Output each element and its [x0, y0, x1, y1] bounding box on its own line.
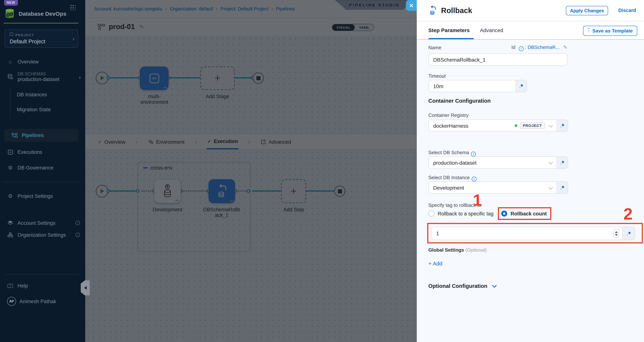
project-selector[interactable]: PROJECT Default Project › — [4, 29, 78, 48]
step-parameters-form: Name Id i : DBSchemaR... ✎ Timeout Conta… — [417, 39, 644, 342]
radio-unchecked-icon[interactable] — [428, 211, 434, 217]
container-registry-label: Container Registry — [428, 112, 468, 118]
pin-icon — [519, 84, 524, 88]
panel-header: Rollback Apply Changes Discard — [417, 0, 644, 21]
drawer-close-button[interactable]: ✕ — [406, 0, 417, 11]
edit-id-pencil-icon[interactable]: ✎ — [563, 44, 568, 50]
info-icon[interactable]: i — [472, 176, 476, 181]
collapse-arrow-icon — [84, 286, 86, 290]
panel-title: Rollback — [441, 6, 472, 15]
sidebar-item-pipelines[interactable]: Pipelines — [4, 129, 78, 142]
name-input[interactable] — [429, 54, 567, 65]
pin-button[interactable] — [516, 80, 527, 92]
chevron-right-icon: › — [72, 36, 74, 41]
scope-badge: PROJECT — [520, 122, 545, 129]
pin-button[interactable] — [556, 157, 568, 168]
annotation-number-2: 2 — [624, 205, 632, 223]
canvas-dim-overlay — [85, 0, 417, 342]
pipeline-studio-canvas: Account: kurosakiichigo.songoku › Organi… — [85, 0, 417, 342]
container-configuration-heading: Container Configuration — [428, 98, 491, 104]
sidebar-collapse-handle[interactable] — [81, 280, 90, 295]
chevron-down-icon[interactable] — [549, 157, 556, 168]
executions-play-icon — [7, 150, 14, 154]
tab-advanced[interactable]: Advanced — [480, 27, 503, 33]
sidebar-item-db-schemas[interactable]: DB SCHEMAS production-dataset › — [0, 69, 85, 84]
chevron-down-icon[interactable] — [549, 120, 556, 131]
container-registry-select: PROJECT — [428, 119, 568, 132]
sidebar: NEW Database DevOps PROJECT Default Proj… — [0, 0, 85, 342]
id-row: Id i : DBSchemaR... ✎ — [503, 44, 568, 51]
pin-button[interactable] — [556, 120, 568, 131]
apply-changes-button[interactable]: Apply Changes — [566, 6, 608, 15]
sidebar-item-overview[interactable]: ⌂ Overview — [0, 56, 85, 67]
step-down-icon[interactable] — [615, 234, 618, 236]
step-id-value: : DBSchemaR... — [525, 44, 560, 50]
sidebar-divider — [4, 274, 78, 275]
name-input-group — [428, 53, 568, 66]
timeout-label: Timeout — [428, 73, 446, 79]
app-root: NEW Database DevOps PROJECT Default Proj… — [0, 0, 644, 342]
timeout-input[interactable] — [429, 80, 516, 92]
avatar: AP — [7, 297, 16, 306]
panel-tab-bar: Step Parameters Advanced ↑ Save as Templ… — [417, 21, 644, 39]
db-schema-input[interactable] — [429, 157, 549, 168]
pin-button[interactable] — [556, 182, 568, 193]
save-as-template-button[interactable]: ↑ Save as Template — [583, 26, 637, 36]
global-settings-label: Global Settings (Optional) — [428, 247, 487, 253]
layers-icon — [7, 220, 14, 226]
annotation-number-1: 1 — [473, 191, 482, 209]
app-title: Database DevOps — [19, 10, 66, 17]
active-tab-underline — [428, 38, 474, 39]
pin-icon — [560, 160, 565, 165]
radio-rollback-count[interactable]: Rollback count — [501, 211, 547, 217]
chevron-down-icon — [492, 283, 496, 288]
tab-step-parameters[interactable]: Step Parameters — [428, 27, 470, 33]
optional-configuration-toggle[interactable]: Optional Configuration — [428, 283, 495, 289]
rollback-count-input[interactable] — [432, 227, 613, 240]
pin-button[interactable] — [622, 227, 635, 240]
help-chat-icon: ? — [7, 284, 14, 288]
add-global-setting-link[interactable]: + Add — [428, 261, 442, 267]
db-schema-label: Select DB Schemai — [428, 150, 476, 156]
pin-icon — [626, 231, 631, 236]
home-icon: ⌂ — [7, 59, 14, 65]
db-instance-label: Select DB Instancei — [428, 175, 476, 181]
radio-rollback-specific-tag[interactable]: Rollback to a specific tag — [428, 211, 494, 217]
number-stepper[interactable] — [613, 229, 619, 238]
connector-status-dot — [514, 124, 517, 127]
chevron-down-icon[interactable] — [549, 182, 556, 193]
discard-button[interactable]: Discard — [618, 7, 636, 13]
project-cube-icon — [10, 32, 13, 36]
sidebar-item-account-settings[interactable]: Account Settings i — [0, 217, 85, 229]
info-icon[interactable]: i — [471, 151, 476, 156]
info-icon: i — [76, 233, 80, 237]
chevron-right-icon: › — [79, 74, 81, 80]
project-label: PROJECT — [15, 33, 34, 37]
brand-divider — [4, 23, 78, 23]
sidebar-item-executions[interactable]: Executions — [0, 146, 85, 158]
sidebar-item-project-settings[interactable]: ⚙ Project Settings — [0, 190, 85, 202]
db-schema-select — [428, 156, 568, 169]
info-icon[interactable]: i — [518, 46, 524, 51]
database-gear-icon — [7, 74, 14, 80]
pipeline-icon — [11, 133, 18, 138]
container-registry-input[interactable] — [429, 120, 514, 131]
sidebar-item-migration-state[interactable]: Migration State — [17, 107, 51, 112]
org-structure-icon — [7, 232, 14, 238]
rollback-icon — [428, 5, 437, 16]
user-menu[interactable]: AP Animesh Pathak — [0, 295, 85, 308]
governance-gear-icon: ⚙ — [7, 165, 14, 171]
sidebar-item-db-governance[interactable]: ⚙ DB Governance — [0, 162, 85, 173]
database-devops-logo-icon — [4, 7, 16, 19]
rollback-step-panel: Rollback Apply Changes Discard Step Para… — [417, 0, 644, 342]
step-up-icon[interactable] — [615, 231, 618, 233]
db-instance-input[interactable] — [429, 182, 549, 193]
name-label: Name — [428, 45, 441, 50]
sidebar-item-db-instances[interactable]: DB Instances — [17, 92, 47, 97]
pin-icon — [560, 185, 565, 190]
sidebar-item-help[interactable]: ? Help — [0, 280, 85, 291]
sidebar-item-organization-settings[interactable]: Organization Settings i — [0, 229, 85, 240]
radio-checked-icon[interactable] — [501, 211, 507, 217]
app-switcher-grid-icon[interactable] — [70, 4, 76, 10]
pin-icon — [560, 123, 565, 128]
